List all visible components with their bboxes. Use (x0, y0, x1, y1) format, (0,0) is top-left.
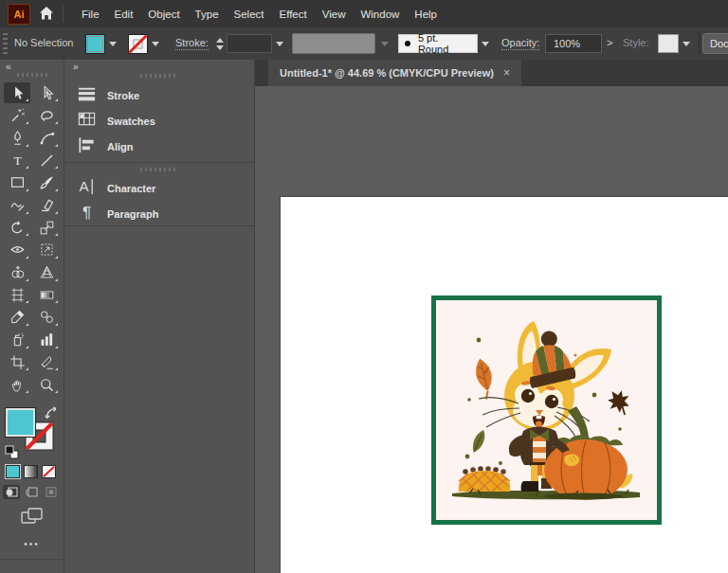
tool-hand[interactable] (4, 374, 30, 395)
tool-lasso[interactable] (33, 105, 60, 126)
canvas-pasteboard[interactable] (255, 86, 728, 573)
stroke-label[interactable]: Stroke: (175, 37, 209, 50)
character-icon: A (77, 176, 97, 196)
panel-item-label: Stroke (107, 90, 139, 101)
fill-indicator[interactable] (6, 408, 35, 437)
tool-gradient[interactable] (33, 284, 60, 305)
style-chevron-icon[interactable] (680, 34, 693, 54)
draw-behind-button[interactable] (23, 485, 40, 499)
svg-text:¶: ¶ (82, 203, 91, 222)
menu-item-edit[interactable]: Edit (115, 9, 134, 20)
style-swatch[interactable] (658, 34, 679, 53)
stroke-color-chevron-icon[interactable] (149, 34, 162, 54)
tool-eraser[interactable] (33, 194, 60, 215)
tool-selection[interactable] (4, 82, 30, 103)
menu-item-type[interactable]: Type (195, 9, 219, 20)
blend-icon (38, 308, 56, 326)
width-profile-chevron-icon[interactable] (378, 34, 391, 54)
default-fill-stroke-icon[interactable] (5, 445, 19, 459)
tool-rectangle[interactable] (4, 172, 30, 193)
menu-item-object[interactable]: Object (148, 9, 179, 20)
panel-item-stroke[interactable]: Stroke (64, 82, 254, 108)
paneldock-grip-2[interactable] (140, 168, 178, 171)
tool-line-segment[interactable] (33, 150, 60, 170)
tool-curvature[interactable] (33, 127, 60, 148)
swap-fill-stroke-icon[interactable] (45, 406, 59, 421)
panel-item-paragraph[interactable]: ¶Paragraph (64, 201, 254, 226)
tool-mesh[interactable] (4, 284, 30, 305)
none-mode-button[interactable] (42, 465, 56, 478)
tool-artboard[interactable] (4, 351, 30, 372)
line-segment-icon (38, 152, 56, 170)
width-profile-dropdown[interactable] (292, 33, 375, 54)
tooldock-grip[interactable] (17, 73, 47, 77)
tool-scale[interactable] (33, 217, 60, 238)
control-bar-grip[interactable] (3, 33, 8, 54)
brush-chevron-icon[interactable] (479, 34, 492, 54)
draw-inside-button[interactable] (43, 485, 60, 499)
tool-magic-wand[interactable] (4, 105, 30, 126)
menu-item-effect[interactable]: Effect (280, 9, 307, 20)
panel-item-character[interactable]: ACharacter (64, 175, 254, 201)
gradient-mode-button[interactable] (24, 465, 38, 478)
tooldock-collapse-button[interactable]: « (6, 62, 11, 72)
menu-item-select[interactable]: Select (234, 9, 264, 20)
tool-shaper[interactable] (4, 194, 30, 215)
fill-color-chevron-icon[interactable] (106, 34, 119, 54)
tool-paintbrush[interactable] (33, 172, 60, 193)
brush-dropdown[interactable]: 5 pt. Round (398, 34, 478, 53)
document-setup-button[interactable]: Docume (702, 33, 728, 54)
tool-dock: « T (0, 60, 64, 573)
menu-item-file[interactable]: File (82, 9, 100, 20)
edit-toolbar-button[interactable]: ••• (0, 539, 64, 549)
tool-zoom[interactable] (33, 374, 60, 395)
panel-item-label: Align (107, 141, 134, 152)
tool-width[interactable] (4, 240, 30, 260)
menu-item-window[interactable]: Window (360, 9, 399, 20)
lasso-icon (38, 106, 56, 124)
paragraph-icon: ¶ (77, 202, 97, 222)
document-tab[interactable]: Untitled-1* @ 44.69 % (CMYK/CPU Preview)… (268, 60, 521, 86)
tool-free-transform[interactable] (33, 240, 60, 260)
tools-grid: T (4, 82, 60, 395)
tool-shape-builder[interactable] (4, 262, 30, 283)
tooldock-endline (0, 559, 64, 560)
tool-perspective-grid[interactable] (33, 262, 60, 283)
opacity-input[interactable]: 100% (545, 34, 602, 53)
tool-direct-selection[interactable] (33, 82, 60, 103)
artboard[interactable] (281, 197, 728, 573)
menu-item-view[interactable]: View (322, 9, 346, 20)
paneldock-expand-button[interactable]: » (73, 62, 79, 72)
tool-type[interactable]: T (4, 150, 30, 170)
tool-eyedropper[interactable] (4, 307, 30, 328)
draw-normal-button[interactable] (3, 485, 20, 499)
screen-mode-icon[interactable] (21, 508, 44, 525)
panel-item-swatches[interactable]: Swatches (64, 108, 254, 134)
shaper-icon (9, 196, 27, 214)
paneldock-grip-1[interactable] (140, 74, 178, 78)
tool-blend[interactable] (33, 307, 60, 328)
align-icon (77, 134, 97, 154)
eyedropper-icon (9, 308, 27, 326)
panel-item-align[interactable]: Align (64, 134, 254, 159)
menu-item-help[interactable]: Help (414, 9, 437, 20)
tool-column-graph[interactable] (33, 330, 60, 350)
opacity-label[interactable]: Opacity: (501, 37, 539, 50)
stroke-none-swatch[interactable] (128, 34, 148, 54)
swatches-icon (77, 109, 97, 129)
stroke-width-chevron-icon[interactable] (273, 34, 286, 54)
home-icon[interactable] (38, 5, 55, 22)
tab-close-icon[interactable]: × (503, 66, 510, 80)
app-logo-icon[interactable]: Ai (8, 4, 30, 25)
tool-rotate[interactable] (4, 217, 30, 238)
fill-color-swatch[interactable] (85, 34, 105, 54)
paintbrush-icon (38, 173, 56, 191)
tool-pen[interactable] (4, 127, 30, 148)
opacity-expand-button[interactable]: > (607, 37, 612, 48)
tool-slice[interactable] (33, 351, 60, 372)
stroke-width-input[interactable] (227, 34, 272, 53)
color-mode-button[interactable] (6, 465, 20, 478)
tool-symbol-sprayer[interactable] (4, 330, 30, 350)
free-transform-icon (38, 241, 56, 259)
stroke-width-stepper[interactable] (214, 34, 225, 53)
